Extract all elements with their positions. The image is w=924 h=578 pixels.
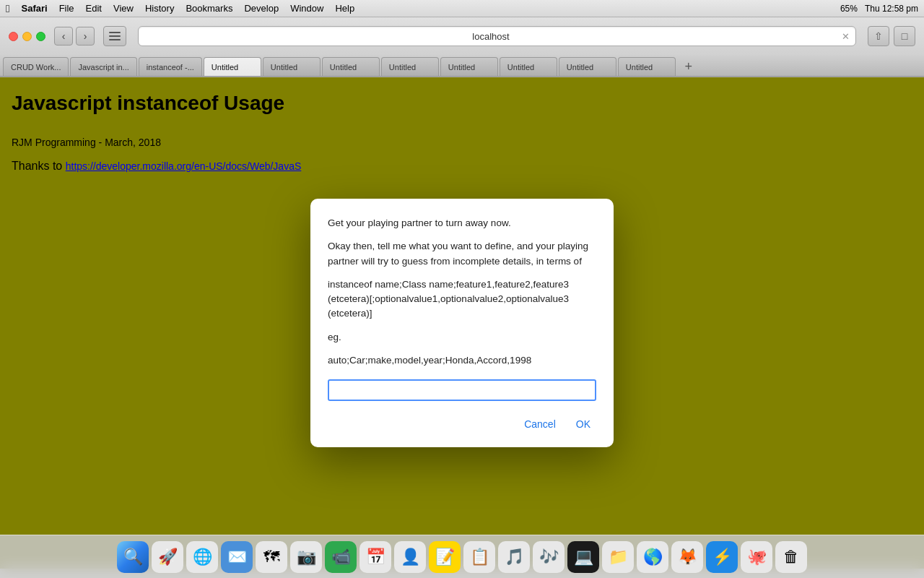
menu-bar:  Safari File Edit View History Bookmark…: [0, 0, 924, 17]
apple-menu[interactable]: : [6, 2, 9, 14]
menubar-right: 65% Thu 12:58 pm: [840, 4, 918, 14]
dialog-body1: Okay then, tell me what you want to defi…: [328, 239, 596, 269]
dock-music[interactable]: 🎵: [498, 541, 530, 569]
dock-filezilla[interactable]: 📁: [602, 541, 634, 569]
dialog-buttons: Cancel OK: [328, 415, 596, 433]
toolbar-right: ⇧ □: [868, 26, 915, 46]
dock-photos[interactable]: 📷: [290, 541, 322, 569]
menu-edit[interactable]: Edit: [86, 3, 102, 14]
tab-untitled-6[interactable]: Untitled: [322, 57, 380, 76]
dialog-body3: eg.: [328, 330, 596, 345]
svg-rect-0: [109, 32, 121, 33]
battery-indicator: 65%: [840, 4, 858, 14]
dock-calendar[interactable]: 📅: [359, 541, 391, 569]
dock-terminal[interactable]: 💻: [567, 541, 599, 569]
cancel-button[interactable]: Cancel: [518, 415, 562, 433]
sidebar-button[interactable]: [103, 26, 126, 46]
back-button[interactable]: ‹: [54, 27, 73, 46]
svg-rect-1: [109, 35, 121, 37]
dialog-input[interactable]: [328, 379, 596, 401]
dock-mail[interactable]: ✉️: [221, 541, 253, 569]
dock-maps[interactable]: 🗺: [256, 541, 287, 569]
tab-untitled-11[interactable]: Untitled: [618, 57, 676, 76]
tab-javascript[interactable]: Javascript in...: [70, 57, 136, 76]
dialog-body2: instanceof name;Class name;feature1,feat…: [328, 277, 596, 322]
page-background: Javascript instanceof Usage RJM Programm…: [0, 77, 924, 569]
dock-github[interactable]: 🐙: [741, 541, 772, 569]
url-clear-button[interactable]: ✕: [842, 31, 850, 42]
dialog: Get your playing partner to turn away no…: [310, 199, 614, 447]
toolbar: ‹ › localhost ✕ ⇧ □: [0, 17, 924, 55]
tab-untitled-10[interactable]: Untitled: [559, 57, 616, 76]
tabs-bar: CRUD Work... Javascript in... instanceof…: [0, 55, 924, 77]
menu-develop[interactable]: Develop: [244, 3, 279, 14]
dock-launchpad[interactable]: 🚀: [152, 541, 183, 569]
dock-firefox[interactable]: 🦊: [671, 541, 703, 569]
dock-contacts[interactable]: 👤: [394, 541, 426, 569]
tab-crud[interactable]: CRUD Work...: [3, 57, 69, 76]
dock-notes[interactable]: 📝: [429, 541, 461, 569]
tab-untitled-5[interactable]: Untitled: [263, 57, 321, 76]
tab-untitled-7[interactable]: Untitled: [381, 57, 439, 76]
menu-bookmarks[interactable]: Bookmarks: [186, 3, 232, 14]
dock-facetime[interactable]: 📹: [325, 541, 357, 569]
share-button[interactable]: ⇧: [868, 26, 889, 46]
dock-safari[interactable]: 🌐: [186, 541, 218, 569]
dialog-instruction: Get your playing partner to turn away no…: [328, 216, 596, 230]
tab-untitled-8[interactable]: Untitled: [440, 57, 498, 76]
menu-help[interactable]: Help: [335, 3, 354, 14]
dock-itunes[interactable]: 🎶: [533, 541, 565, 569]
menu-file[interactable]: File: [59, 3, 74, 14]
dialog-overlay: Get your playing partner to turn away no…: [0, 77, 924, 569]
browser-chrome: ‹ › localhost ✕ ⇧ □ CRUD Work... Javascr…: [0, 17, 924, 77]
tab-untitled-9[interactable]: Untitled: [500, 57, 557, 76]
dialog-body4: auto;Car;make,model,year;Honda,Accord,19…: [328, 353, 596, 368]
new-tab-button[interactable]: +: [680, 59, 697, 74]
menu-history[interactable]: History: [145, 3, 174, 14]
dock-reminders[interactable]: 📋: [463, 541, 495, 569]
ok-button[interactable]: OK: [570, 415, 596, 433]
clock: Thu 12:58 pm: [865, 4, 918, 14]
url-text: localhost: [144, 31, 837, 42]
menu-safari[interactable]: Safari: [21, 3, 47, 14]
dock: 🔍 🚀 🌐 ✉️ 🗺 📷 📹 📅 👤 📝 📋 🎵 🎶 💻 📁 🌎 🦊 ⚡ 🐙 🗑: [0, 535, 924, 569]
tab-view-button[interactable]: □: [894, 26, 915, 46]
minimize-button[interactable]: [22, 32, 32, 41]
dialog-input-wrap: [328, 379, 596, 401]
dock-finder[interactable]: 🔍: [117, 541, 149, 569]
zoom-button[interactable]: [36, 32, 45, 41]
traffic-lights[interactable]: [9, 32, 45, 41]
dock-vscode[interactable]: ⚡: [706, 541, 738, 569]
dialog-body: Get your playing partner to turn away no…: [328, 216, 596, 368]
nav-buttons: ‹ ›: [54, 27, 95, 46]
close-button[interactable]: [9, 32, 18, 41]
dock-chrome[interactable]: 🌎: [637, 541, 668, 569]
svg-rect-2: [109, 39, 121, 40]
menu-window[interactable]: Window: [290, 3, 323, 14]
url-bar[interactable]: localhost ✕: [138, 26, 856, 46]
tab-instanceof[interactable]: instanceof -...: [139, 57, 202, 76]
dock-trash[interactable]: 🗑: [775, 541, 807, 569]
forward-button[interactable]: ›: [76, 27, 95, 46]
menu-view[interactable]: View: [113, 3, 134, 14]
tab-untitled-4[interactable]: Untitled: [204, 57, 261, 76]
